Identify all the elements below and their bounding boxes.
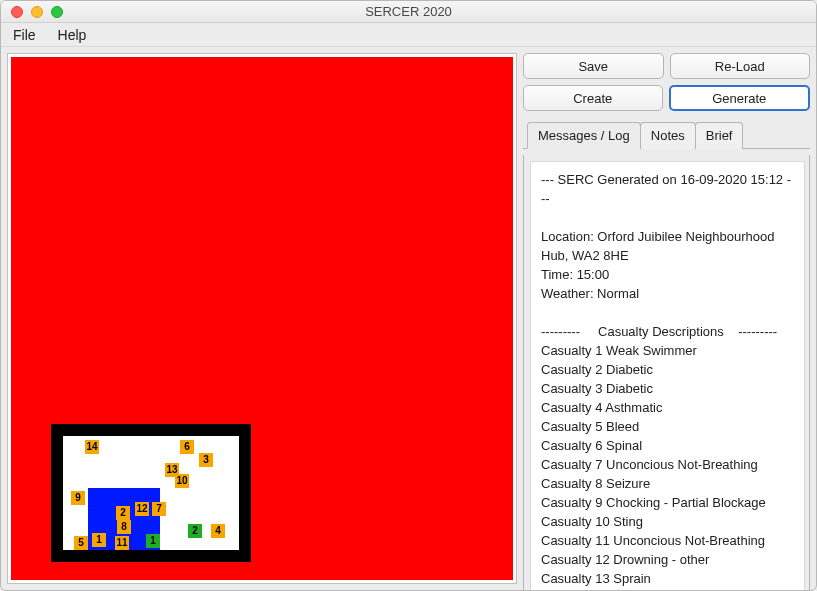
window-title: SERCER 2020 [1, 4, 816, 19]
casualty-marker-8[interactable]: 8 [117, 520, 131, 534]
log-panel: --- SERC Generated on 16-09-2020 15:12 -… [523, 155, 810, 591]
menu-file[interactable]: File [13, 27, 36, 43]
close-icon[interactable] [11, 6, 23, 18]
casualty-marker-2[interactable]: 2 [116, 506, 130, 520]
casualty-marker-10[interactable]: 10 [175, 474, 189, 488]
casualty-marker-4[interactable]: 4 [211, 524, 225, 538]
content: 14 6 3 13 10 9 2 12 7 8 1 11 5 4 [1, 47, 816, 590]
casualty-marker-12[interactable]: 12 [135, 502, 149, 516]
create-button[interactable]: Create [523, 85, 663, 111]
casualty-marker-1[interactable]: 1 [92, 533, 106, 547]
aid-marker-1[interactable]: 1 [146, 534, 160, 548]
casualty-marker-7[interactable]: 7 [152, 502, 166, 516]
casualty-marker-9[interactable]: 9 [71, 491, 85, 505]
app-window: SERCER 2020 File Help 14 6 3 13 10 9 2 [0, 0, 817, 591]
scene-canvas[interactable]: 14 6 3 13 10 9 2 12 7 8 1 11 5 4 [11, 57, 513, 580]
generate-button[interactable]: Generate [669, 85, 811, 111]
casualty-marker-3[interactable]: 3 [199, 453, 213, 467]
menubar: File Help [1, 23, 816, 47]
pool-frame: 14 6 3 13 10 9 2 12 7 8 1 11 5 4 [51, 424, 251, 562]
tab-brief[interactable]: Brief [695, 122, 744, 149]
menu-help[interactable]: Help [58, 27, 87, 43]
aid-marker-2[interactable]: 2 [188, 524, 202, 538]
canvas-area: 14 6 3 13 10 9 2 12 7 8 1 11 5 4 [7, 53, 517, 584]
log-text[interactable]: --- SERC Generated on 16-09-2020 15:12 -… [530, 161, 805, 591]
button-row-1: Save Re-Load [523, 53, 810, 79]
casualty-marker-11[interactable]: 11 [115, 536, 129, 550]
minimize-icon[interactable] [31, 6, 43, 18]
window-controls [1, 6, 63, 18]
save-button[interactable]: Save [523, 53, 664, 79]
titlebar: SERCER 2020 [1, 1, 816, 23]
casualty-marker-5[interactable]: 5 [74, 536, 88, 550]
pool-deck: 14 6 3 13 10 9 2 12 7 8 1 11 5 4 [63, 436, 239, 550]
button-row-2: Create Generate [523, 85, 810, 111]
casualty-marker-6[interactable]: 6 [180, 440, 194, 454]
tab-notes[interactable]: Notes [640, 122, 696, 149]
side-panel: Save Re-Load Create Generate Messages / … [523, 53, 810, 584]
casualty-marker-14[interactable]: 14 [85, 440, 99, 454]
zoom-icon[interactable] [51, 6, 63, 18]
tab-bar: Messages / Log Notes Brief [523, 121, 810, 149]
reload-button[interactable]: Re-Load [670, 53, 811, 79]
tab-messages[interactable]: Messages / Log [527, 122, 641, 149]
